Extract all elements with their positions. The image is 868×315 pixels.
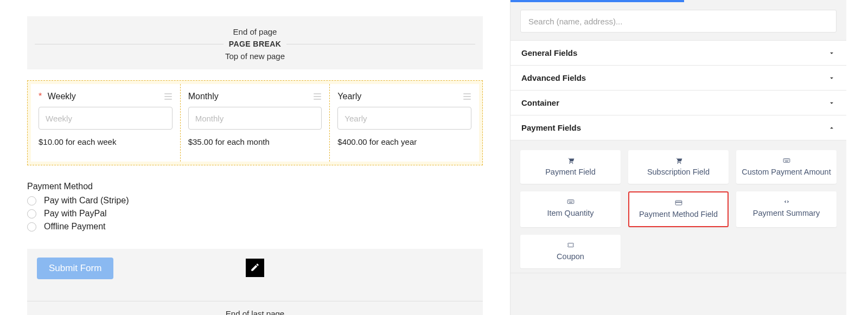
svg-rect-7: [463, 96, 471, 97]
svg-rect-14: [784, 159, 784, 160]
svg-point-12: [680, 163, 681, 164]
ticket-icon: [566, 241, 576, 249]
accordion-section-header[interactable]: Advanced Fields: [510, 66, 846, 91]
payment-method-title: Payment Method: [27, 182, 483, 191]
svg-rect-0: [164, 93, 172, 94]
plan-label-text: Weekly: [48, 92, 76, 101]
drag-handle-icon[interactable]: [164, 93, 173, 100]
svg-rect-18: [785, 161, 788, 162]
pencil-icon: [250, 262, 260, 274]
plan-description: $400.00 for each year: [337, 137, 471, 146]
plan-input[interactable]: [39, 107, 173, 130]
field-tile[interactable]: Payment Method Field: [628, 191, 729, 227]
field-tile[interactable]: Payment Field: [520, 150, 621, 184]
chevron-down-icon: [828, 74, 835, 82]
plan-label-text: Monthly: [188, 92, 219, 101]
svg-rect-8: [463, 99, 471, 100]
submit-button[interactable]: Submit Form: [37, 258, 113, 279]
payment-method-options: Pay with Card (Stripe) Pay with PayPal O…: [27, 196, 483, 232]
plan-input[interactable]: [188, 107, 322, 130]
field-tile-label: Custom Payment Amount: [742, 168, 831, 176]
svg-rect-2: [164, 99, 172, 100]
accordion-section-header[interactable]: Container: [510, 91, 846, 115]
accordion-title: Advanced Fields: [521, 73, 586, 82]
svg-rect-13: [783, 159, 790, 163]
field-tile-label: Payment Method Field: [639, 210, 718, 218]
payment-method-block: Payment Method Pay with Card (Stripe) Pa…: [27, 182, 483, 235]
page-break-title: PAGE BREAK: [224, 40, 286, 48]
accordion-section-header[interactable]: Payment Fields: [510, 115, 846, 140]
field-tile-label: Payment Summary: [753, 209, 820, 217]
accordion-title: Payment Fields: [521, 123, 581, 132]
code-icon: [782, 198, 792, 205]
radio-icon: [27, 196, 36, 205]
keyboard-icon: [566, 198, 576, 205]
svg-rect-26: [675, 202, 682, 202]
plan-label: Monthly: [188, 92, 219, 101]
accordion-body: Payment Field Subscription Field Custom …: [510, 140, 846, 273]
required-star: *: [39, 92, 42, 101]
svg-rect-4: [314, 96, 321, 97]
field-tile-label: Payment Field: [545, 168, 596, 176]
plan-cell[interactable]: Yearly $400.00 for each year: [330, 84, 479, 162]
submit-block: Submit Form: [27, 249, 483, 301]
sidebar-accordion: General Fields Advanced Fields Container…: [510, 40, 846, 273]
keyboard-icon: [782, 157, 792, 164]
end-of-last-page: End of last page: [27, 301, 483, 315]
svg-point-9: [569, 163, 570, 164]
field-tile-label: Item Quantity: [547, 209, 593, 217]
plan-label: * Weekly: [39, 92, 76, 101]
search-input[interactable]: [520, 10, 837, 33]
svg-point-10: [572, 163, 573, 164]
payment-method-option[interactable]: Pay with PayPal: [27, 209, 483, 218]
field-tile[interactable]: Coupon: [520, 235, 621, 268]
field-tile[interactable]: Payment Summary: [736, 191, 837, 227]
accordion-section-header[interactable]: General Fields: [510, 41, 846, 66]
plan-description: $35.00 for each month: [188, 137, 322, 146]
svg-rect-1: [164, 96, 172, 97]
field-tile-label: Coupon: [557, 252, 584, 261]
drag-handle-icon[interactable]: [313, 93, 322, 100]
plan-label-text: Yearly: [337, 92, 361, 101]
payment-method-option[interactable]: Pay with Card (Stripe): [27, 196, 483, 205]
field-tile[interactable]: Subscription Field: [628, 150, 729, 184]
card-icon: [674, 199, 684, 207]
payment-option-label: Offline Payment: [44, 222, 106, 232]
radio-icon: [27, 222, 36, 232]
svg-rect-15: [786, 159, 786, 160]
plan-cell[interactable]: * Weekly $10.00 for each week: [31, 84, 181, 162]
page-break-top-text: Top of new page: [35, 52, 475, 61]
field-tile-label: Subscription Field: [647, 168, 710, 176]
page-break-end-text: End of page: [35, 27, 475, 36]
svg-point-11: [677, 163, 678, 164]
payment-method-option[interactable]: Offline Payment: [27, 222, 483, 232]
drag-handle-icon[interactable]: [463, 93, 471, 100]
field-tile[interactable]: Custom Payment Amount: [736, 150, 837, 184]
svg-rect-25: [675, 201, 682, 205]
svg-rect-23: [572, 201, 572, 201]
svg-rect-24: [569, 202, 572, 203]
svg-rect-21: [570, 201, 570, 201]
edit-submit-button[interactable]: [246, 259, 264, 277]
page-break-block: End of page PAGE BREAK Top of new page: [27, 16, 483, 69]
accordion-title: Container: [521, 98, 559, 107]
chevron-up-icon: [828, 124, 835, 132]
plan-input[interactable]: [337, 107, 471, 130]
svg-rect-16: [787, 159, 787, 160]
svg-rect-6: [463, 93, 471, 94]
radio-icon: [27, 209, 36, 218]
svg-rect-20: [568, 201, 569, 201]
svg-rect-17: [788, 159, 788, 160]
payment-option-label: Pay with Card (Stripe): [44, 196, 129, 205]
svg-rect-19: [567, 200, 574, 204]
svg-rect-3: [314, 93, 321, 94]
plan-cell[interactable]: Monthly $35.00 for each month: [181, 84, 330, 162]
svg-rect-5: [314, 99, 321, 100]
chevron-down-icon: [828, 49, 835, 57]
field-tile[interactable]: Item Quantity: [520, 191, 621, 227]
accordion-title: General Fields: [521, 48, 577, 57]
plan-label: Yearly: [337, 92, 361, 101]
plans-container[interactable]: * Weekly $10.00 for each week Monthly $3…: [27, 80, 483, 165]
chevron-down-icon: [828, 99, 835, 107]
svg-rect-22: [571, 201, 571, 201]
